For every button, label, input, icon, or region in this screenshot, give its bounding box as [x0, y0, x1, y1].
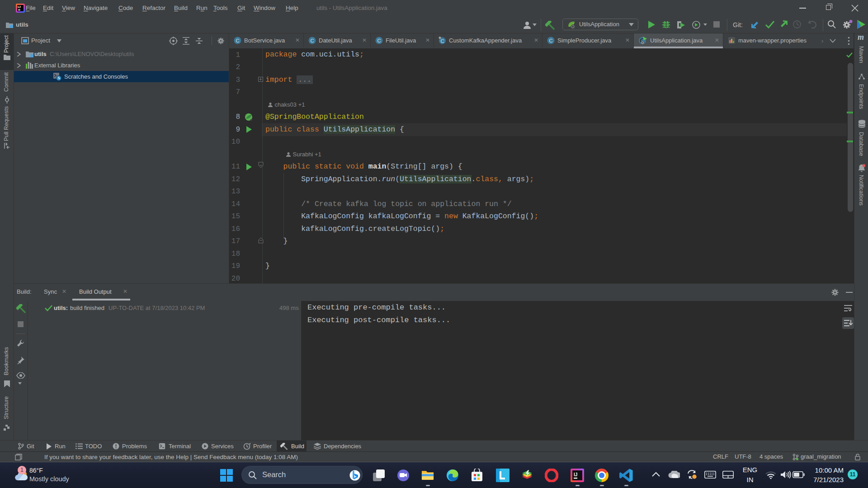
svg-text:C: C: [311, 38, 314, 43]
svg-text:C: C: [441, 38, 444, 44]
svg-text:C: C: [377, 38, 381, 43]
svg-text:C: C: [549, 38, 553, 43]
svg-text:C: C: [236, 38, 240, 43]
svg-text:IJ: IJ: [574, 472, 577, 477]
